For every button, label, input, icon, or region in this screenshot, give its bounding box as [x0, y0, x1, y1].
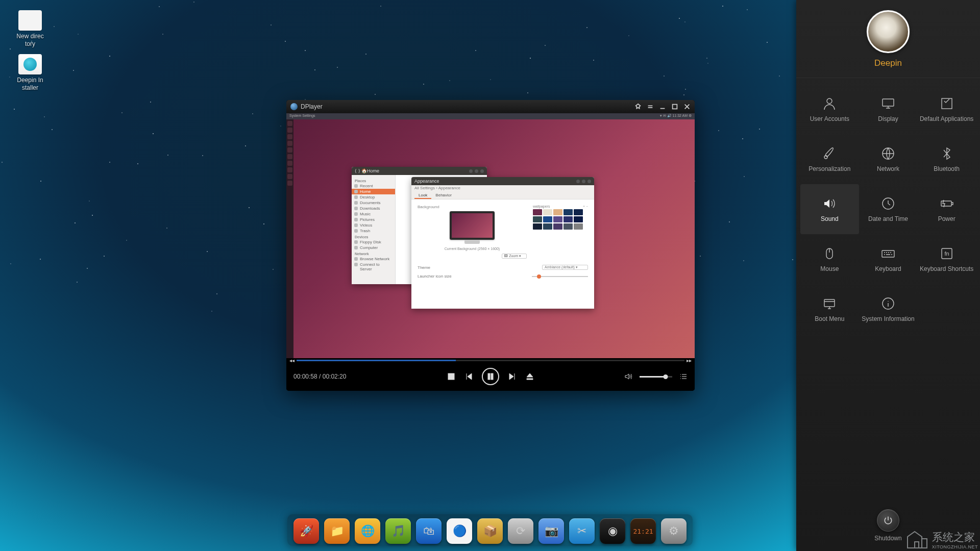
cc-item-personalization[interactable]: Personalization: [800, 134, 859, 184]
dock-app-store[interactable]: 🛍: [416, 518, 442, 544]
svg-rect-0: [673, 105, 677, 109]
dock-app-chrome[interactable]: 🔵: [447, 518, 472, 544]
svg-text:fn: fn: [944, 251, 949, 257]
svg-rect-6: [942, 98, 952, 109]
titlebar-pin-icon[interactable]: [634, 103, 642, 110]
titlebar-minimize-icon[interactable]: [659, 103, 666, 110]
cc-item-label: Network: [875, 165, 901, 172]
info-icon: [880, 296, 896, 311]
divider: [796, 78, 980, 78]
cc-item-label: Keyboard: [873, 265, 903, 272]
dock-app-camera[interactable]: 📷: [538, 518, 564, 544]
playlist-button[interactable]: [679, 372, 688, 381]
next-button[interactable]: [508, 372, 517, 381]
volume-slider[interactable]: [640, 376, 672, 378]
video-ubuntu-topbar: System Settings▾ ✉ 🔊 11:32 AM ⚙: [286, 113, 695, 119]
cc-item-bluetooth[interactable]: Bluetooth: [917, 134, 976, 184]
dock-app-screenshot[interactable]: ✂: [569, 518, 595, 544]
video-files-sidebar: PlacesRecentHomeDesktopDocumentsDownload…: [352, 175, 396, 284]
video-ubuntu-launcher: [286, 119, 293, 358]
music-icon: 🎵: [391, 524, 405, 538]
dock-app-music[interactable]: 🎵: [385, 518, 411, 544]
mouse-icon: [822, 246, 837, 261]
cc-item-label: Default Applications: [918, 115, 975, 122]
cc-item-label: Sound: [819, 215, 841, 222]
volume-icon[interactable]: [624, 372, 632, 381]
progress-track[interactable]: [297, 360, 684, 361]
sound-icon: [822, 196, 837, 211]
battery-icon: [939, 196, 954, 211]
desktop-icon-new-directory[interactable]: New direc tory: [9, 10, 51, 48]
cc-item-shortcuts[interactable]: fnKeyboard Shortcuts: [917, 234, 976, 284]
titlebar-maximize-icon[interactable]: [671, 103, 678, 110]
dplayer-titlebar[interactable]: DPlayer: [286, 100, 695, 113]
dock-app-browser[interactable]: 🌐: [355, 518, 380, 544]
deepin-logo-icon: [18, 54, 42, 74]
cc-item-label: Personalization: [806, 165, 852, 172]
cc-item-label: User Accounts: [808, 115, 851, 122]
titlebar-menu-icon[interactable]: [647, 103, 654, 110]
folder-icon: [18, 10, 42, 31]
dock-app-clock[interactable]: 21:21: [630, 518, 656, 544]
desktop-icon-label: New direc tory: [9, 33, 51, 48]
fn-icon: fn: [939, 246, 954, 261]
cc-shutdown-section: Shutdown: [796, 509, 980, 551]
chrome-icon: 🔵: [453, 524, 467, 538]
display-icon: [880, 96, 896, 111]
cc-item-label: Bluetooth: [932, 165, 962, 172]
forward-icon[interactable]: ▸▸: [687, 358, 692, 363]
shutdown-button[interactable]: [877, 509, 899, 532]
dplayer-video-area[interactable]: System Settings▾ ✉ 🔊 11:32 AM ⚙ ⟨ ⟩ 🏠 Ho…: [286, 113, 695, 358]
keyboard-icon: [880, 246, 896, 261]
power-icon: [883, 515, 893, 525]
clock-icon: 21:21: [633, 528, 653, 535]
dplayer-app-icon: [290, 103, 298, 110]
cc-item-label: Keyboard Shortcuts: [918, 265, 975, 272]
globe-icon: [880, 146, 896, 161]
bluetooth-icon: [939, 146, 954, 161]
dplayer-window[interactable]: DPlayer System Settings▾ ✉ 🔊 11:32 AM ⚙ …: [286, 100, 695, 391]
svg-rect-5: [883, 99, 894, 106]
stop-button[interactable]: [447, 372, 455, 381]
cc-item-network[interactable]: Network: [859, 134, 918, 184]
cc-item-sysinfo[interactable]: System Information: [859, 284, 918, 334]
dplayer-progress-bar[interactable]: ◂◂ ▸▸: [286, 358, 695, 362]
svg-rect-2: [488, 373, 490, 380]
archive-icon: 📦: [483, 524, 497, 538]
cc-item-datetime[interactable]: Date and Time: [859, 184, 918, 234]
camera-icon: 📷: [545, 524, 558, 538]
dock-app-archive[interactable]: 📦: [477, 518, 503, 544]
cc-item-display[interactable]: Display: [859, 84, 918, 134]
settings-icon: ⚙: [669, 524, 679, 538]
video-appearance-window: Appearance All Settings › Appearance Loo…: [411, 177, 594, 309]
desktop-icon-deepin-installer[interactable]: Deepin In staller: [9, 54, 51, 92]
cc-item-sound[interactable]: Sound: [800, 184, 859, 234]
previous-button[interactable]: [464, 372, 473, 381]
dock-app-settings[interactable]: ⚙: [661, 518, 687, 544]
titlebar-close-icon[interactable]: [683, 103, 691, 110]
play-pause-button[interactable]: [482, 368, 499, 385]
cc-item-boot[interactable]: Boot Menu: [800, 284, 859, 334]
eject-button[interactable]: [526, 372, 534, 381]
cc-item-label: Boot Menu: [813, 315, 846, 322]
cc-item-label: System Information: [860, 315, 916, 322]
dplayer-time: 00:00:58 / 00:02:20: [293, 373, 346, 380]
user-avatar[interactable]: [867, 10, 910, 53]
username-label: Deepin: [796, 58, 980, 68]
video-monitor-preview: [450, 211, 495, 240]
cc-item-label: Mouse: [818, 265, 841, 272]
cc-item-default-apps[interactable]: Default Applications: [917, 84, 976, 134]
rewind-icon[interactable]: ◂◂: [289, 358, 295, 363]
cc-item-mouse[interactable]: Mouse: [800, 234, 859, 284]
cc-item-label: Display: [876, 115, 900, 122]
dock-app-updater[interactable]: ⟳: [508, 518, 533, 544]
svg-rect-15: [824, 299, 835, 307]
cc-user-section[interactable]: Deepin: [796, 0, 980, 74]
dock-app-files[interactable]: 📁: [324, 518, 350, 544]
dock-app-launcher[interactable]: 🚀: [293, 518, 319, 544]
cc-item-power[interactable]: Power: [917, 184, 976, 234]
dock-app-dplayer[interactable]: ◉: [600, 518, 625, 544]
screenshot-icon: ✂: [577, 524, 586, 538]
cc-item-keyboard[interactable]: Keyboard: [859, 234, 918, 284]
cc-item-user-accounts[interactable]: User Accounts: [800, 84, 859, 134]
